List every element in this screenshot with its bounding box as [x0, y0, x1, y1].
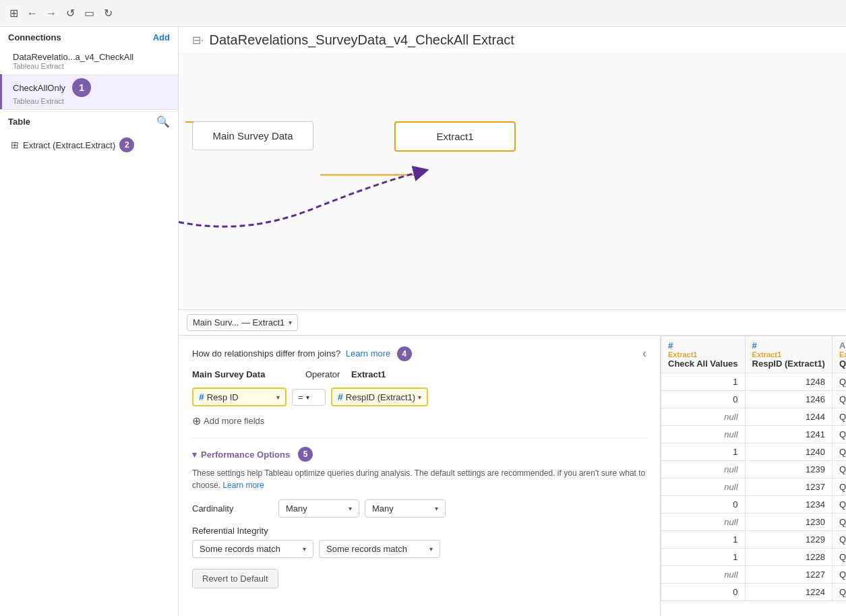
cell-check-all-1: 0 [661, 391, 746, 408]
integrity-right-select[interactable]: Some records match ▾ [319, 540, 440, 558]
join-selector-arrow: ▾ [289, 319, 292, 326]
cell-respid-0: 1248 [745, 373, 832, 391]
cell-check-all-10: 1 [661, 549, 746, 566]
integrity-right-arrow: ▾ [429, 545, 433, 553]
cardinality-row: Cardinality Many ▾ Many ▾ [192, 499, 646, 518]
integrity-left-value: Some records match [200, 544, 280, 554]
collapse-button[interactable]: ‹ [642, 346, 646, 361]
cell-check-all-7: 0 [661, 496, 746, 514]
plus-icon: ⊕ [192, 414, 201, 427]
add-fields-link[interactable]: ⊕ Add more fields [192, 414, 646, 427]
join-selector-bar: Main Surv... — Extract1 ▾ [179, 310, 846, 336]
table-row: null1237Q2_1Pulse Rate [661, 479, 847, 496]
add-connection-button[interactable]: Add [153, 32, 170, 42]
cardinality-left-select[interactable]: Many ▾ [278, 499, 359, 518]
cardinality-label: Cardinality [192, 503, 273, 514]
integrity-row: Some records match ▾ Some records match … [192, 540, 646, 558]
toolbar-icon-refresh[interactable]: ↻ [100, 5, 116, 22]
perf-description: These settings help Tableau optimize que… [192, 467, 646, 491]
content-area: ⊟· DataRevelations_SurveyData_v4_CheckAl… [179, 27, 846, 616]
title-bar: ⊟· DataRevelations_SurveyData_v4_CheckAl… [179, 27, 846, 54]
cell-respid-6: 1237 [745, 479, 832, 496]
join-selector-label: Main Surv... — Extract1 [193, 317, 284, 328]
cell-respid-11: 1227 [745, 566, 832, 584]
cell-check-all-6: null [661, 479, 746, 496]
connection-item-1[interactable]: DataRevelatio...a_v4_CheckAll Tableau Ex… [0, 48, 178, 74]
cell-respid-8: 1230 [745, 514, 832, 531]
join-selector-dropdown[interactable]: Main Surv... — Extract1 ▾ [187, 314, 298, 331]
perf-header[interactable]: ▾ Performance Options 5 [192, 447, 646, 462]
connection-type-2: Tableau Extract [13, 97, 170, 105]
cell-respid-3: 1241 [745, 426, 832, 443]
cell-qid-6: Q2_1 [832, 479, 846, 496]
diagram-node-right[interactable]: Extract1 [394, 121, 516, 152]
cell-respid-2: 1244 [745, 408, 832, 426]
cell-qid-7: Q2_1 [832, 496, 846, 514]
cell-respid-9: 1229 [745, 531, 832, 549]
revert-button[interactable]: Revert to Default [192, 569, 278, 588]
cell-respid-4: 1240 [745, 443, 832, 461]
panel-main: How do relationships differ from joins? … [179, 336, 846, 616]
field-right-dropdown[interactable]: # RespID (Extract1) ▾ [331, 388, 428, 406]
data-table: # Extract1 Check All Values # Extract1 R… [661, 336, 846, 601]
perf-label: Performance Options [201, 450, 290, 460]
toolbar-icon-back[interactable]: ← [24, 5, 40, 22]
diagram-node-left[interactable]: Main Survey Data [192, 121, 313, 150]
table-row: null1230Q2_1Pulse Rate [661, 514, 847, 531]
integrity-left-arrow: ▾ [303, 545, 306, 553]
table-row: 01234Q2_1Pulse Rate [661, 496, 847, 514]
cardinality-right-select[interactable]: Many ▾ [365, 499, 446, 518]
field-header-right: Extract1 [351, 369, 386, 379]
field-left-arrow: ▾ [276, 394, 280, 401]
table-search-icon[interactable]: 🔍 [156, 115, 170, 128]
operator-label: = [298, 392, 303, 402]
connection-item-2[interactable]: CheckAllOnly 1 Tableau Extract [0, 74, 178, 109]
table-name-1: Extract (Extract.Extract) [23, 140, 115, 150]
step-badge-2: 2 [119, 137, 134, 152]
step-badge-4: 4 [397, 346, 412, 361]
cell-respid-7: 1234 [745, 496, 832, 514]
field-left-dropdown[interactable]: # Resp ID ▾ [192, 388, 286, 406]
cell-qid-10: Q2_1 [832, 549, 846, 566]
add-fields-label: Add more fields [204, 416, 264, 426]
operator-arrow: ▾ [306, 394, 309, 401]
perf-collapse-icon: ▾ [192, 450, 197, 460]
toolbar: ⊞ ← → ↺ ▭ ↻ [0, 0, 846, 27]
cell-check-all-12: 0 [661, 584, 746, 601]
perf-learn-more-link[interactable]: Learn more [222, 481, 264, 490]
toolbar-icon-save[interactable]: ▭ [81, 5, 97, 22]
col-header-1: # Extract1 RespID (Extract1) [745, 336, 832, 373]
cell-qid-5: Q2_1 [832, 461, 846, 479]
operator-dropdown[interactable]: = ▾ [292, 389, 326, 406]
hash-icon-right: # [338, 392, 343, 402]
step-badge-5: 5 [298, 447, 313, 462]
cell-qid-11: Q2_1 [832, 566, 846, 584]
toolbar-icon-forward[interactable]: → [43, 5, 59, 22]
table-header-row: # Extract1 Check All Values # Extract1 R… [661, 336, 847, 373]
integrity-left-select[interactable]: Some records match ▾ [192, 540, 313, 558]
field-header-left: Main Survey Data [192, 369, 300, 379]
connection-name-2: CheckAllOnly [13, 83, 65, 93]
connection-name-1: DataRevelatio...a_v4_CheckAll [13, 52, 170, 62]
field-right-name: RespID (Extract1) [346, 392, 415, 402]
table-item-1[interactable]: ⊞ Extract (Extract.Extract) 2 [0, 133, 178, 156]
cell-qid-4: Q2_1 [832, 443, 846, 461]
title-icon: ⊟· [192, 34, 204, 47]
table-grid-icon: ⊞ [11, 140, 19, 150]
cell-check-all-0: 1 [661, 373, 746, 391]
connection-type-1: Tableau Extract [13, 62, 170, 70]
col-icon-0: # [668, 340, 673, 350]
canvas-area: 3 Main Survey Data Extract1 [179, 54, 846, 310]
toolbar-icon-grid[interactable]: ⊞ [5, 5, 22, 22]
table-row: 01224Q2_1Pulse Rate [661, 584, 847, 601]
toolbar-icon-undo[interactable]: ↺ [62, 5, 78, 22]
field-header-operator: Operator [305, 369, 346, 379]
learn-more-link[interactable]: Learn more [346, 348, 390, 359]
cell-qid-1: Q2_1 [832, 391, 846, 408]
table-row: 11248Q2_1Pulse Rate [661, 373, 847, 391]
cell-check-all-9: 1 [661, 531, 746, 549]
field-headers-row: Main Survey Data Operator Extract1 [192, 369, 646, 379]
cell-check-all-11: null [661, 566, 746, 584]
cell-qid-12: Q2_1 [832, 584, 846, 601]
table-row: 11240Q2_1Pulse Rate [661, 443, 847, 461]
